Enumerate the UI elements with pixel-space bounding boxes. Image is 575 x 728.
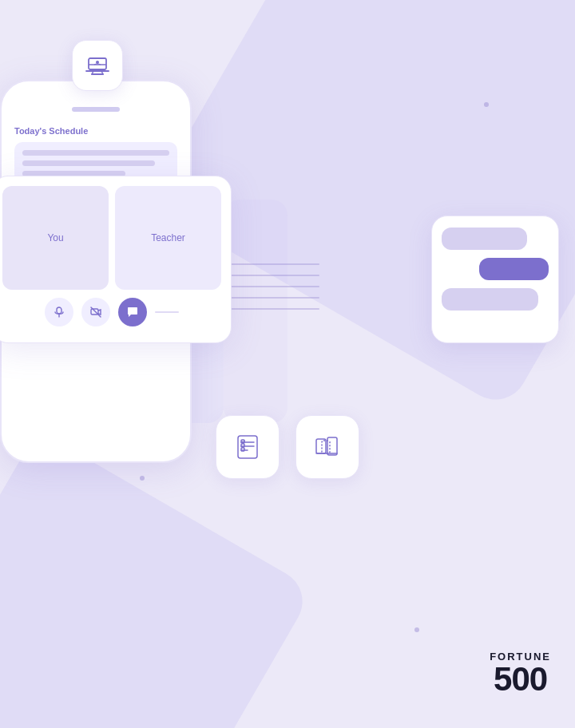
- video-cell-teacher: Teacher: [115, 186, 221, 290]
- chat-btn[interactable]: [118, 298, 147, 326]
- you-label: You: [47, 232, 63, 243]
- video-panel-inner: You Teacher: [0, 176, 232, 343]
- fortune-badge: FORTUNE 500: [490, 651, 551, 696]
- dot-decoration-2: [140, 476, 145, 481]
- chat-panel: [431, 216, 559, 343]
- camera-btn[interactable]: [81, 298, 110, 326]
- mic-btn[interactable]: [45, 298, 73, 326]
- video-grid: You Teacher: [2, 186, 221, 290]
- books-app-icon[interactable]: [295, 415, 359, 479]
- svg-rect-29: [327, 437, 337, 455]
- checklist-app-icon[interactable]: [216, 415, 280, 479]
- schedule-line-2: [22, 160, 155, 166]
- chat-bubble-sent: [479, 258, 549, 280]
- chat-bubble-received-1: [442, 228, 527, 250]
- camera-off-icon: [89, 306, 102, 318]
- chat-bubble-received-2: [442, 288, 538, 311]
- books-icon: [310, 429, 345, 465]
- fortune-500-label: 500: [490, 663, 551, 696]
- svg-rect-26: [241, 444, 244, 447]
- dot-decoration-3: [414, 627, 419, 632]
- schedule-line-1: [22, 150, 169, 156]
- laptop-icon: [84, 52, 111, 79]
- divider: [155, 311, 179, 313]
- schedule-title: Today's Schedule: [14, 126, 177, 136]
- laptop-icon-box[interactable]: [72, 40, 123, 91]
- mic-icon: [53, 306, 65, 318]
- chat-icon: [126, 306, 139, 318]
- video-cell-you: You: [2, 186, 109, 290]
- checklist-icon: [230, 429, 265, 465]
- teacher-label: Teacher: [151, 232, 185, 243]
- phone-notch: [72, 107, 120, 112]
- svg-rect-27: [241, 448, 244, 451]
- dot-decoration-1: [484, 102, 489, 107]
- svg-rect-17: [57, 307, 61, 314]
- video-controls: [2, 298, 221, 326]
